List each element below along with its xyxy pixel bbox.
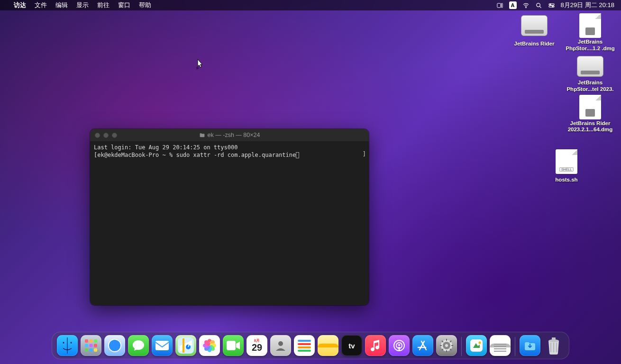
desktop-icon-drive[interactable]: JetBrains Rider [508, 14, 560, 52]
svg-rect-11 [85, 339, 88, 343]
svg-rect-14 [85, 344, 88, 347]
control-center-icon[interactable] [545, 2, 558, 9]
desktop-icon-drive[interactable]: JetBrains PhpStor...tel 2023. [564, 55, 616, 93]
desktop-icon-label: JetBrains Rider 2023.2.1...64.dmg [564, 120, 616, 134]
dock-inner: 8月 29 tv [52, 332, 569, 359]
svg-point-29 [398, 344, 400, 346]
svg-point-32 [445, 344, 448, 347]
svg-rect-18 [90, 348, 93, 352]
cursor-pointer-icon [195, 59, 204, 72]
svg-rect-0 [497, 3, 501, 8]
svg-point-10 [71, 342, 72, 344]
dock-trash[interactable] [543, 335, 564, 356]
svg-point-35 [479, 342, 481, 344]
drive-icon [577, 56, 603, 77]
desktop-icon-label: JetBrains PhpStor...tel 2023. [564, 80, 616, 93]
close-button[interactable] [95, 133, 100, 138]
svg-rect-1 [501, 3, 502, 8]
spotlight-icon[interactable] [532, 2, 545, 9]
svg-rect-37 [552, 337, 556, 340]
svg-rect-15 [90, 344, 93, 347]
drive-icon [521, 15, 548, 36]
shell-file-icon: SHELL [556, 149, 577, 174]
dock-calendar[interactable]: 8月 29 [247, 335, 267, 356]
dock-reminders[interactable] [294, 335, 315, 356]
dock-maps[interactable] [175, 335, 196, 356]
terminal-body[interactable]: Last login: Tue Aug 29 20:14:25 on ttys0… [90, 141, 369, 305]
minimize-button[interactable] [103, 133, 109, 138]
dock-contacts[interactable] [270, 335, 291, 356]
desktop-icon-label: JetBrains PhpStor....1.2 .dmg [564, 39, 616, 52]
dock-music[interactable] [365, 335, 386, 356]
dock: 8月 29 tv [52, 332, 569, 359]
dock-messages[interactable] [128, 335, 149, 356]
zoom-button[interactable] [112, 133, 117, 138]
svg-point-6 [550, 4, 551, 5]
dock-tv[interactable]: tv [341, 335, 362, 356]
terminal-title: ek — -zsh — 80×24 [90, 132, 369, 138]
input-method-icon[interactable]: A [506, 1, 520, 9]
desktop-icon-dmg[interactable]: JetBrains PhpStor....1.2 .dmg [564, 14, 616, 52]
dock-separator [515, 337, 515, 356]
svg-rect-17 [85, 348, 88, 352]
wifi-icon[interactable] [520, 2, 532, 9]
dock-textedit[interactable] [490, 335, 511, 356]
folder-icon [199, 132, 205, 138]
menubar-datetime[interactable]: 8月29日 周二 20:18 [558, 1, 617, 9]
menu-window[interactable]: 窗口 [114, 1, 135, 9]
terminal-titlebar[interactable]: ek — -zsh — 80×24 [90, 129, 369, 141]
dmg-icon [579, 95, 601, 119]
svg-rect-19 [94, 348, 97, 352]
svg-rect-12 [90, 339, 93, 343]
menu-help[interactable]: 帮助 [135, 1, 155, 9]
dock-mail[interactable] [152, 335, 173, 356]
dock-appstore[interactable] [412, 335, 433, 356]
svg-rect-16 [94, 344, 97, 347]
menu-edit[interactable]: 编辑 [51, 1, 72, 9]
terminal-command: sudo xattr -rd com.apple.quarantine [176, 152, 296, 158]
terminal-cursor [296, 152, 299, 158]
svg-rect-13 [94, 339, 97, 343]
dock-facetime[interactable] [223, 335, 244, 356]
window-controls [90, 133, 117, 138]
terminal-prompt: ek@ekdeMacBook-Pro ~ % [97, 152, 176, 158]
svg-point-26 [278, 341, 283, 346]
stage-manager-icon[interactable] [493, 2, 506, 9]
dock-downloads[interactable] [520, 335, 540, 356]
desktop-icon-shell[interactable]: SHELL hosts.sh [540, 150, 593, 183]
svg-point-9 [63, 342, 64, 344]
dock-finder[interactable] [57, 335, 78, 356]
calendar-day: 29 [252, 343, 262, 352]
svg-point-2 [525, 7, 526, 8]
terminal-window[interactable]: ek — -zsh — 80×24 Last login: Tue Aug 29… [90, 129, 369, 305]
menu-file[interactable]: 文件 [30, 1, 51, 9]
ime-letter: A [509, 1, 517, 9]
dock-settings[interactable] [436, 335, 457, 356]
dock-photos[interactable] [199, 335, 220, 356]
menubar: 访达 文件 编辑 显示 前往 窗口 帮助 A 8月29日 周二 20:18 [0, 0, 621, 10]
desktop-icon-label: hosts.sh [555, 177, 577, 183]
dock-app-generic[interactable] [466, 335, 487, 356]
desktop-icons: JetBrains Rider JetBrains PhpStor....1.2… [507, 14, 616, 186]
dock-launchpad[interactable] [81, 335, 101, 356]
menu-view[interactable]: 显示 [72, 1, 93, 9]
dock-safari[interactable] [104, 335, 125, 356]
terminal-line: Last login: Tue Aug 29 20:14:25 on ttys0… [94, 144, 237, 151]
svg-point-7 [552, 6, 553, 7]
dock-separator [461, 337, 462, 356]
svg-rect-25 [227, 341, 236, 350]
svg-rect-22 [155, 341, 169, 350]
terminal-right-bracket: ] [363, 151, 366, 158]
svg-point-3 [536, 3, 540, 7]
dock-podcasts[interactable] [389, 335, 410, 356]
desktop-icon-dmg[interactable]: JetBrains Rider 2023.2.1...64.dmg [564, 96, 616, 134]
app-menu[interactable]: 访达 [9, 1, 30, 9]
dock-notes[interactable] [318, 335, 338, 356]
dmg-icon [579, 13, 601, 38]
menu-go[interactable]: 前往 [93, 1, 114, 9]
svg-point-21 [109, 340, 120, 351]
desktop-icon-label: JetBrains Rider [514, 41, 554, 47]
